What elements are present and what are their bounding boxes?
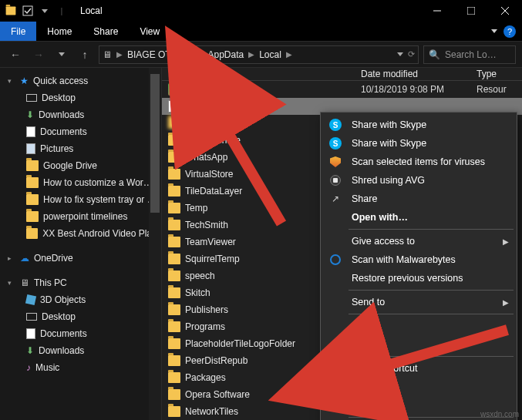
sidebar-quick-access[interactable]: ▾★Quick access (0, 72, 161, 89)
ctx-label: Open with… (352, 212, 408, 223)
ctx-copy[interactable]: Copy (321, 335, 517, 354)
folder-icon (168, 169, 185, 180)
back-button[interactable]: ← (6, 45, 25, 64)
search-input[interactable]: 🔍 Search Lo… (423, 45, 516, 64)
sidebar-onedrive[interactable]: ▸☁OneDrive (0, 250, 161, 267)
sidebar-item-pictures[interactable]: Pictures (0, 140, 161, 157)
ctx-restore-versions[interactable]: Restore previous versions (321, 269, 517, 287)
up-button[interactable]: ↑ (76, 45, 94, 64)
file-row[interactable]: Resmon10/18/2019 9:08 PMResour (162, 81, 522, 98)
recent-chevron-icon[interactable] (52, 45, 71, 64)
folder-icon (26, 211, 39, 222)
malwarebytes-icon (328, 253, 342, 267)
sidebar-thispc[interactable]: ▾🖥This PC (0, 274, 161, 291)
ctx-share[interactable]: ↗Share (321, 190, 517, 208)
ribbon-chevron-icon[interactable] (491, 29, 497, 33)
ctx-delete[interactable]: Delete (321, 378, 517, 396)
ctx-label: Shred using AVG (352, 175, 425, 186)
sidebar-item-folder[interactable]: powerpoint timelines (0, 208, 161, 225)
folder-icon (26, 194, 39, 205)
cube-icon (25, 294, 36, 305)
folder-icon (26, 228, 38, 239)
folder-icon (168, 287, 185, 298)
documents-icon (26, 126, 35, 137)
sidebar-item-music[interactable]: ♪Music (0, 359, 161, 376)
ctx-share-skype[interactable]: SShare with Skype (321, 134, 517, 153)
ctx-separator (349, 356, 514, 357)
music-icon: ♪ (26, 362, 31, 373)
ctx-label: Create shortcut (352, 363, 417, 374)
window-title: Local (80, 5, 103, 16)
ctx-separator (349, 229, 514, 230)
ctx-label: Copy (352, 339, 374, 350)
ctx-separator (349, 314, 514, 314)
home-tab[interactable]: Home (36, 22, 83, 41)
folder-icon (168, 355, 185, 366)
column-date[interactable]: Date modified (361, 69, 477, 79)
ctx-scan-viruses[interactable]: Scan selected items for viruses (321, 153, 517, 171)
ctx-label: Delete (352, 381, 379, 392)
file-name: Resmon (185, 84, 361, 95)
close-button[interactable] (488, 0, 522, 22)
ctx-create-shortcut[interactable]: Create shortcut (321, 359, 517, 378)
scrollbar-thumb[interactable] (150, 74, 160, 213)
ctx-open-with[interactable]: Open with… (321, 208, 517, 227)
folder-icon (168, 237, 185, 247)
sidebar-item-folder[interactable]: How to fix system tray or … (0, 191, 161, 208)
breadcrumb-folder-icon: 🖥 (99, 49, 115, 60)
sidebar-item-downloads[interactable]: ⬇Downloads (0, 106, 161, 123)
dropdown-icon[interactable] (37, 3, 52, 18)
ctx-cut[interactable]: Cut (321, 317, 517, 335)
sidebar-label: Music (35, 362, 59, 373)
maximize-button[interactable] (454, 0, 488, 22)
sidebar-item-3dobjects[interactable]: 3D Objects (0, 291, 161, 308)
folder-icon (26, 160, 39, 171)
ctx-share-skype[interactable]: SShare with Skype (321, 116, 517, 134)
desktop-icon (26, 313, 37, 321)
sidebar-item-documents[interactable]: Documents (0, 123, 161, 140)
breadcrumb-item[interactable]: Local (256, 49, 285, 60)
breadcrumb-dropdown-icon[interactable] (397, 52, 403, 56)
chevron-right-icon[interactable]: ▶ (285, 50, 294, 59)
nav-sidebar: ▾★Quick access Desktop ⬇Downloads Docume… (0, 68, 162, 420)
nav-bar: ← → ↑ 🖥 ▶ BIAGE OTACHI ▶ AppData ▶ Local… (0, 42, 522, 68)
folder-icon (168, 135, 185, 146)
file-tab[interactable]: File (0, 22, 36, 41)
sidebar-label: How to fix system tray or … (43, 194, 157, 205)
watermark: wsxdn.com (480, 410, 519, 418)
column-headers[interactable]: Name Date modified Type (162, 68, 522, 81)
ctx-send-to[interactable]: Send to▶ (321, 293, 517, 311)
sidebar-item-folder[interactable]: How to customize a Wor… (0, 174, 161, 191)
sidebar-item-desktop[interactable]: Desktop (0, 308, 161, 325)
ctx-malwarebytes[interactable]: Scan with Malwarebytes (321, 250, 517, 269)
folder-icon (168, 372, 185, 383)
chevron-right-icon[interactable]: ▶ (195, 50, 204, 59)
help-icon[interactable]: ? (503, 25, 516, 38)
ctx-shred-avg[interactable]: Shred using AVG (321, 171, 517, 190)
scrollbar[interactable] (149, 68, 161, 420)
sidebar-item-folder[interactable]: XX Best Android Video Pla… (0, 225, 161, 242)
folder-icon (168, 152, 185, 163)
share-tab[interactable]: Share (83, 22, 129, 41)
sidebar-item-gdrive[interactable]: Google Drive (0, 157, 161, 174)
folder-icon (168, 304, 185, 315)
quick-access-toolbar: | (0, 3, 69, 18)
column-type[interactable]: Type (477, 69, 522, 79)
sidebar-item-documents[interactable]: Documents (0, 325, 161, 342)
ribbon-tabs: File Home Share View ? (0, 22, 522, 42)
sidebar-item-downloads[interactable]: ⬇Downloads (0, 342, 161, 359)
breadcrumb-item[interactable]: AppData (204, 49, 247, 60)
ctx-give-access[interactable]: Give access to▶ (321, 232, 517, 250)
sidebar-item-desktop[interactable]: Desktop (0, 89, 161, 106)
view-tab[interactable]: View (129, 22, 170, 41)
refresh-icon[interactable]: ⟳ (408, 49, 415, 59)
breadcrumb[interactable]: 🖥 ▶ BIAGE OTACHI ▶ AppData ▶ Local ▶ ⟳ (99, 45, 419, 64)
chevron-right-icon[interactable]: ▶ (247, 50, 256, 59)
column-name[interactable]: Name (168, 69, 361, 79)
forward-button[interactable]: → (29, 45, 48, 64)
ctx-label: Restore previous versions (352, 273, 463, 284)
chevron-right-icon[interactable]: ▶ (115, 50, 124, 59)
minimize-button[interactable] (420, 0, 454, 22)
checkbox-icon[interactable] (20, 3, 35, 18)
breadcrumb-item[interactable]: BIAGE OTACHI (124, 49, 195, 60)
